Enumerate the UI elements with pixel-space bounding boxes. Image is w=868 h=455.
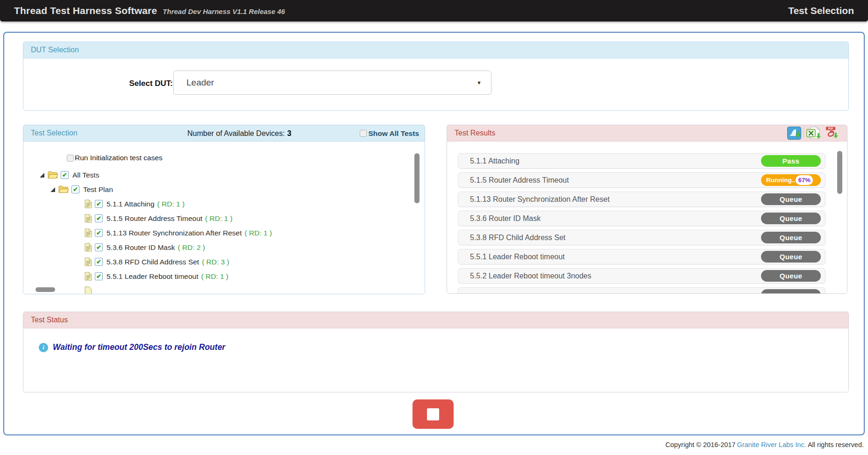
footer-copyright: Copyright © 2016-2017Granite River Labs … — [665, 441, 865, 448]
pdf-export-icon[interactable]: PDF — [824, 127, 840, 140]
status-badge-queue: Queue — [761, 270, 821, 282]
tree-test-item: ✔ 5.1.13 Router Synchronization After Re… — [85, 226, 425, 240]
result-row: 5.5.1 Leader Reboot timeout Queue — [458, 249, 825, 264]
tree-test-item: ✔ 5.5.1 Leader Reboot timeout ( RD: 1 ) — [85, 269, 425, 284]
app-version-subtitle: Thread Dev Harness V1.1 Release 46 — [163, 7, 285, 15]
test-results-title: Test Results — [455, 129, 495, 137]
available-devices: Number of Available Devices: 3 — [187, 125, 292, 142]
running-label: Running.. — [766, 177, 795, 184]
tree-node-test-plan: ✔ Test Plan — [50, 182, 425, 197]
test-tree: ✔ All Tests ✔ Test Plan — [23, 168, 425, 294]
folder-icon — [58, 185, 69, 193]
tree-checkbox[interactable]: ✔ — [95, 243, 103, 251]
tree-test-item: ✔ 5.1.5 Router Address Timeout ( RD: 1 ) — [85, 211, 425, 226]
test-results-panel: Test Results — [447, 125, 847, 294]
test-status-body: i Waiting for timeout 200Secs to rejoin … — [23, 328, 848, 392]
run-initialization-label: Run Initialization test cases — [75, 154, 163, 162]
tree-checkbox[interactable]: ✔ — [71, 185, 79, 193]
dut-select-value: Leader — [186, 78, 214, 88]
status-badge-queue: Queue — [761, 251, 821, 263]
tree-checkbox[interactable]: ✔ — [95, 200, 103, 208]
dut-selection-panel: DUT Selection Select DUT: Leader ▼ — [23, 42, 849, 111]
main-container: DUT Selection Select DUT: Leader ▼ Test … — [3, 32, 865, 435]
tree-test-item: ✔ 5.3.8 RFD Child Address Set ( RD: 3 ) — [85, 255, 425, 269]
available-devices-label: Number of Available Devices: — [187, 129, 285, 138]
test-results-heading: Test Results — [447, 125, 847, 142]
chevron-down-icon: ▼ — [477, 80, 482, 85]
tree-checkbox[interactable]: ✔ — [95, 214, 103, 222]
result-row-partial — [458, 287, 825, 293]
copyright-prefix: Copyright © 2016-2017 — [665, 441, 735, 448]
run-initialization-checkbox[interactable] — [67, 155, 74, 162]
tree-test-label[interactable]: 5.3.8 RFD Child Address Set — [107, 258, 199, 266]
test-selection-body: Run Initialization test cases ✔ All Test… — [23, 142, 425, 294]
tree-test-label[interactable]: 5.1.1 Attaching — [107, 200, 155, 208]
status-badge-queue: Queue — [761, 213, 821, 224]
dut-select-dropdown[interactable]: Leader ▼ — [173, 71, 491, 95]
test-status-panel: Test Status i Waiting for timeout 200Sec… — [23, 312, 849, 392]
document-icon — [85, 243, 92, 252]
tree-expander-icon[interactable] — [40, 173, 44, 178]
tree-checkbox[interactable]: ✔ — [95, 272, 103, 280]
tree-checkbox[interactable]: ✔ — [95, 229, 103, 237]
vertical-scrollbar-thumb[interactable] — [414, 153, 420, 203]
tree-test-rd: ( RD: 1 ) — [205, 214, 233, 223]
dut-selection-body: Select DUT: Leader ▼ — [23, 58, 848, 110]
horizontal-scrollbar-thumb[interactable] — [36, 287, 55, 292]
app-title: Thread Test Harness Software — [14, 5, 157, 16]
tree-checkbox[interactable]: ✔ — [61, 171, 69, 179]
tree-test-rd: ( RD: 1 ) — [245, 229, 272, 237]
tree-node-label[interactable]: Test Plan — [83, 185, 113, 194]
status-badge-queue — [761, 289, 821, 293]
progress-percent: 67% — [796, 175, 813, 185]
tree-test-item: ✔ 5.1.1 Attaching ( RD: 1 ) — [85, 197, 425, 211]
stop-button[interactable] — [413, 399, 454, 429]
tree-test-rd: ( RD: 1 ) — [201, 272, 228, 281]
vertical-scrollbar-thumb[interactable] — [837, 151, 842, 194]
stop-icon — [427, 408, 439, 420]
result-row: 5.5.2 Leader Reboot timeout 3nodes Queue — [458, 268, 825, 284]
tree-checkbox[interactable]: ✔ — [95, 258, 103, 266]
top-header-bar: Thread Test Harness Software Thread Dev … — [0, 0, 868, 21]
tree-expander-icon[interactable] — [50, 187, 55, 192]
toolbar-divider — [804, 128, 804, 139]
tree-test-label[interactable]: 5.1.13 Router Synchronization After Rese… — [107, 229, 242, 237]
tree-node-label[interactable]: All Tests — [72, 171, 99, 179]
excel-export-icon[interactable] — [806, 127, 821, 140]
document-icon — [85, 272, 92, 281]
document-icon — [85, 286, 92, 294]
copyright-suffix: All rights reserved. — [808, 441, 864, 448]
tree-test-rd: ( RD: 2 ) — [178, 243, 205, 252]
dut-selection-title: DUT Selection — [31, 46, 79, 54]
info-icon: i — [39, 343, 48, 352]
test-results-body: 5.1.1 Attaching Pass 5.1.5 Router Addres… — [447, 142, 847, 293]
test-selection-panel: Test Selection Number of Available Devic… — [23, 125, 425, 294]
dut-selection-heading: DUT Selection — [23, 42, 848, 58]
status-badge-running: Running.. 67% — [761, 174, 821, 186]
export-toolbar: PDF — [787, 127, 840, 140]
page-title: Test Selection — [788, 5, 854, 16]
result-row: 5.1.13 Router Synchronization After Rese… — [458, 192, 825, 207]
show-all-tests-label: Show All Tests — [368, 129, 419, 138]
tree-test-item-partial — [85, 284, 425, 294]
document-icon — [85, 228, 92, 237]
svg-text:PDF: PDF — [828, 127, 834, 130]
show-all-tests-toggle[interactable]: Show All Tests — [360, 125, 419, 142]
tree-test-label[interactable]: 5.5.1 Leader Reboot timeout — [107, 272, 198, 281]
select-dut-label: Select DUT: — [93, 79, 173, 88]
tree-test-label[interactable]: 5.1.5 Router Address Timeout — [107, 214, 202, 223]
wireshark-capture-export-icon[interactable] — [787, 127, 801, 140]
document-icon — [85, 199, 92, 208]
available-devices-count: 3 — [287, 129, 292, 138]
tree-test-label[interactable]: 5.3.6 Router ID Mask — [107, 243, 175, 252]
test-selection-heading: Test Selection Number of Available Devic… — [23, 125, 425, 142]
status-badge-queue: Queue — [761, 193, 821, 205]
document-icon — [85, 257, 92, 266]
show-all-tests-checkbox[interactable] — [360, 130, 367, 137]
tree-test-rd: ( RD: 3 ) — [202, 258, 229, 266]
company-link[interactable]: Granite River Labs Inc. — [737, 441, 806, 448]
app-window: Thread Test Harness Software Thread Dev … — [0, 0, 868, 455]
run-initialization-option[interactable]: Run Initialization test cases — [67, 154, 425, 162]
tree-node-all-tests: ✔ All Tests — [40, 168, 425, 182]
status-badge-queue: Queue — [761, 232, 821, 243]
